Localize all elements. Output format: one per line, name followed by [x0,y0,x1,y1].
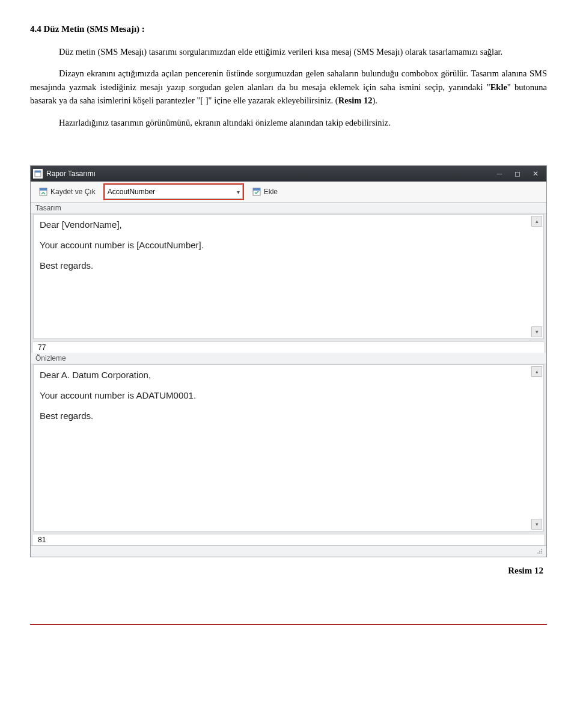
scroll-up-icon[interactable]: ▴ [531,216,542,227]
add-icon [252,187,261,197]
close-button[interactable]: ✕ [527,168,544,179]
status-bar [31,545,546,557]
preview-editor: ▴ Dear A. Datum Corporation, Your accoun… [33,364,544,531]
save-exit-label: Kaydet ve Çık [50,188,96,196]
svg-point-9 [537,552,539,554]
resize-grip-icon[interactable] [536,547,544,555]
paragraph-1: Düz metin (SMS Mesajı) tasarımı sorgular… [30,45,547,58]
scroll-up-icon[interactable]: ▴ [531,366,542,377]
preview-text: Dear A. Datum Corporation, Your account … [34,365,543,531]
scroll-down-icon[interactable]: ▾ [531,519,542,530]
toolbar: Kaydet ve Çık AccoutNumber ▾ Ekle [31,182,546,203]
design-char-count: 77 [33,341,544,353]
svg-rect-5 [253,188,260,191]
preview-section-label: Önizleme [31,353,546,364]
figure-caption: Resim 12 [30,566,543,576]
design-section-label: Tasarım [31,203,546,214]
window-title: Rapor Tasarımı [46,170,491,178]
p2-bold-resim: Resim 12 [338,96,373,105]
section-heading: 4.4 Düz Metin (SMS Mesajı) : [30,24,547,34]
add-button[interactable]: Ekle [248,185,282,198]
paragraph-2: Dizayn ekranını açtığımızda açılan pence… [30,67,547,107]
p2-end: ). [372,96,377,105]
window-buttons: ─ ◻ ✕ [491,168,544,179]
svg-point-7 [539,551,540,552]
svg-point-11 [541,552,542,554]
save-icon [38,187,48,197]
svg-point-10 [539,552,540,554]
design-editor[interactable]: ▴ Dear [VendorName], Your account number… [33,214,544,339]
svg-point-6 [541,549,542,550]
p2-bold-ekle: Ekle [490,82,507,92]
maximize-button[interactable]: ◻ [509,168,526,179]
app-icon [33,169,43,179]
field-combobox-value: AccoutNumber [108,188,155,196]
footer-divider [30,624,547,625]
scroll-down-icon[interactable]: ▾ [531,326,542,337]
add-label: Ekle [264,188,278,196]
svg-point-8 [541,551,542,552]
field-combobox[interactable]: AccoutNumber ▾ [105,185,243,199]
paragraph-3: Hazırladığınız tasarımın görünümünü, ekr… [30,116,547,129]
titlebar[interactable]: Rapor Tasarımı ─ ◻ ✕ [31,166,546,182]
preview-char-count: 81 [33,534,544,545]
p2-lead: Dizayn ekranını açtığımızda açılan pence… [30,69,547,91]
svg-rect-3 [40,188,47,191]
field-combobox-highlight: AccoutNumber ▾ [103,183,244,200]
chevron-down-icon: ▾ [233,189,240,195]
save-exit-button[interactable]: Kaydet ve Çık [34,185,100,198]
design-text[interactable]: Dear [VendorName], Your account number i… [34,215,543,338]
minimize-button[interactable]: ─ [491,168,508,179]
app-window: Rapor Tasarımı ─ ◻ ✕ Kaydet ve Çık Accou… [30,165,547,557]
svg-rect-1 [35,171,41,173]
